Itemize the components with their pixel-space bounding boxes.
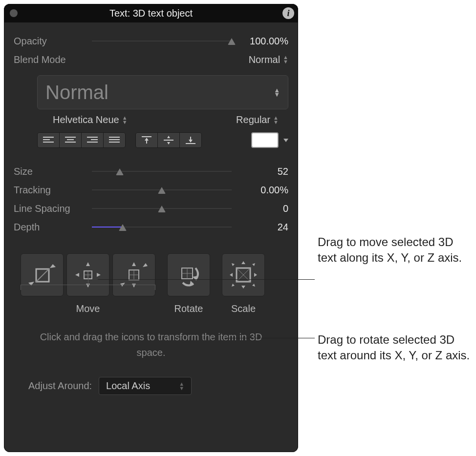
- valign-middle-button[interactable]: [158, 133, 180, 147]
- svg-marker-38: [143, 263, 148, 267]
- typeface-style-label: Normal: [45, 82, 108, 104]
- vertical-align-group: [135, 132, 202, 148]
- svg-marker-30: [75, 273, 79, 277]
- svg-marker-54: [254, 273, 257, 277]
- rotate-label: Rotate: [174, 303, 203, 314]
- svg-marker-51: [241, 261, 245, 264]
- chevron-updown-icon: ▲▼: [273, 116, 279, 124]
- blend-value: Normal: [249, 54, 280, 65]
- window-title: Text: 3D text object: [4, 8, 298, 19]
- adjust-around-select[interactable]: Local Axis ▲▼: [99, 377, 192, 395]
- tracking-row: Tracking 0.00%: [14, 183, 288, 197]
- valign-bottom-button[interactable]: [180, 133, 201, 147]
- titlebar: Text: 3D text object i: [4, 4, 298, 22]
- svg-marker-28: [86, 262, 90, 266]
- svg-marker-24: [50, 264, 56, 268]
- svg-line-22: [36, 269, 49, 282]
- scale-label: Scale: [231, 303, 256, 314]
- size-slider[interactable]: [92, 166, 232, 176]
- svg-marker-50: [252, 284, 255, 287]
- font-family-select[interactable]: Helvetica Neue ▲▼: [53, 114, 128, 125]
- tracking-slider[interactable]: [92, 185, 232, 195]
- font-weight-select[interactable]: Regular ▲▼: [236, 114, 279, 125]
- font-row: Helvetica Neue ▲▼ Regular ▲▼: [53, 114, 279, 125]
- panel-body: Opacity 100.00% Blend Mode Normal ▲▼ Nor…: [4, 22, 298, 405]
- annotation-rotate: Drag to rotate selected 3D text around i…: [318, 332, 474, 364]
- depth-row: Depth 24: [14, 220, 288, 234]
- svg-marker-49: [232, 284, 235, 287]
- adjust-row: Adjust Around: Local Axis ▲▼: [28, 377, 288, 395]
- align-left-button[interactable]: [38, 133, 60, 147]
- linespacing-row: Line Spacing 0: [14, 202, 288, 215]
- svg-marker-19: [189, 140, 193, 143]
- adjust-value: Local Axis: [106, 380, 150, 392]
- opacity-slider[interactable]: [92, 36, 232, 46]
- linespacing-label: Line Spacing: [14, 203, 92, 214]
- color-dropdown-icon[interactable]: [283, 139, 288, 142]
- align-right-button[interactable]: [82, 133, 104, 147]
- chevron-updown-icon: ▲▼: [283, 55, 288, 64]
- svg-marker-47: [232, 263, 235, 266]
- callout-line-rotate: [225, 338, 315, 338]
- svg-marker-53: [230, 273, 233, 277]
- callout-line-move: [98, 279, 315, 280]
- svg-marker-48: [252, 263, 255, 266]
- svg-marker-13: [145, 138, 149, 141]
- valign-top-button[interactable]: [136, 133, 158, 147]
- scale-cluster: Scale: [222, 253, 265, 314]
- color-swatch[interactable]: [251, 132, 279, 148]
- opacity-value: 100.00%: [235, 36, 288, 47]
- move-xyz-button[interactable]: [112, 253, 155, 296]
- svg-marker-31: [97, 273, 101, 277]
- move-z-button[interactable]: [21, 253, 64, 296]
- blend-label: Blend Mode: [14, 54, 92, 65]
- size-label: Size: [14, 166, 92, 177]
- align-center-button[interactable]: [60, 133, 82, 147]
- move-label: Move: [76, 303, 100, 314]
- transform-hint: Click and drag the icons to transform th…: [33, 329, 269, 360]
- adjust-label: Adjust Around:: [28, 380, 92, 392]
- move-xy-button[interactable]: [66, 253, 109, 296]
- size-row: Size 52: [14, 165, 288, 178]
- formatting-row: [37, 132, 288, 148]
- linespacing-value: 0: [235, 203, 288, 214]
- tracking-value: 0.00%: [235, 185, 288, 196]
- depth-label: Depth: [14, 222, 92, 233]
- rotate-button[interactable]: [167, 253, 210, 296]
- svg-marker-35: [132, 262, 136, 266]
- opacity-label: Opacity: [14, 36, 92, 47]
- svg-marker-16: [167, 136, 170, 138]
- depth-value: 24: [235, 222, 288, 233]
- align-justify-button[interactable]: [104, 133, 125, 147]
- chevron-updown-icon: ▲▼: [274, 88, 280, 97]
- transform-tools: Move Rotate: [21, 253, 288, 314]
- tracking-label: Tracking: [14, 185, 92, 196]
- horizontal-align-group: [37, 132, 126, 148]
- annotation-move: Drag to move selected 3D text along its …: [318, 234, 474, 266]
- typeface-style-select[interactable]: Normal ▲▼: [37, 75, 288, 109]
- blend-select[interactable]: Normal ▲▼: [249, 54, 288, 65]
- font-weight-value: Regular: [236, 114, 270, 125]
- inspector-panel: Text: 3D text object i Opacity 100.00% B…: [4, 4, 298, 452]
- blend-row: Blend Mode Normal ▲▼: [14, 53, 288, 66]
- svg-marker-17: [167, 142, 170, 145]
- svg-marker-52: [241, 286, 245, 289]
- size-value: 52: [235, 166, 288, 177]
- move-bracket: [21, 285, 155, 285]
- chevron-updown-icon: ▲▼: [179, 382, 184, 391]
- font-family-value: Helvetica Neue: [53, 114, 119, 125]
- scale-button[interactable]: [222, 253, 265, 296]
- depth-slider[interactable]: [92, 222, 232, 232]
- chevron-updown-icon: ▲▼: [122, 116, 128, 124]
- opacity-row: Opacity 100.00%: [14, 34, 288, 48]
- linespacing-slider[interactable]: [92, 204, 232, 213]
- rotate-cluster: Rotate: [167, 253, 210, 314]
